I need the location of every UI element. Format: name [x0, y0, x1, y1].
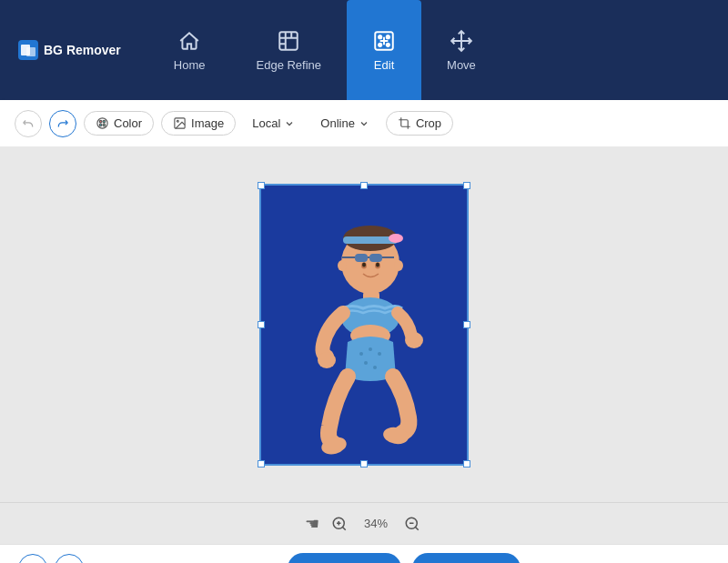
svg-point-13 [103, 124, 106, 126]
nav-tabs: Home Edge Refine Edit [148, 0, 501, 100]
handle-top-middle[interactable] [360, 182, 368, 189]
logo-icon [18, 40, 38, 60]
svg-point-5 [379, 35, 381, 38]
image-background [261, 186, 467, 464]
handle-bottom-middle[interactable] [360, 460, 368, 467]
bottom-center: New Image Download [98, 553, 710, 564]
svg-point-8 [387, 43, 389, 45]
color-label: Color [114, 116, 142, 130]
tab-edit[interactable]: Edit [347, 0, 421, 100]
image-frame[interactable] [259, 184, 469, 466]
svg-point-15 [177, 120, 178, 122]
tab-home[interactable]: Home [148, 0, 231, 100]
handle-bottom-left[interactable] [258, 460, 265, 467]
zoom-level: 34% [359, 517, 392, 530]
undo-icon [22, 117, 35, 130]
baby-figure [261, 186, 467, 464]
move-icon [450, 29, 473, 53]
svg-point-19 [389, 234, 403, 243]
home-icon [177, 29, 201, 53]
svg-point-32 [364, 361, 368, 365]
logo-area: BG Remover [18, 40, 121, 60]
svg-point-9 [97, 118, 107, 128]
tab-edit-label: Edit [374, 58, 394, 72]
online-label: Online [320, 116, 355, 130]
svg-point-10 [99, 120, 102, 123]
svg-point-30 [369, 347, 372, 351]
handle-top-right[interactable] [463, 182, 470, 189]
svg-line-44 [342, 527, 345, 529]
online-button[interactable]: Online [311, 112, 379, 135]
status-bar: ☚ 34% [0, 502, 728, 544]
handle-top-left[interactable] [258, 182, 265, 189]
crop-button[interactable]: Crop [386, 111, 453, 136]
bottom-bar: New Image Download [0, 544, 728, 563]
svg-point-7 [379, 43, 381, 45]
edit-icon [372, 29, 396, 53]
prev-button[interactable] [18, 554, 47, 564]
svg-point-35 [405, 332, 423, 348]
svg-point-6 [387, 35, 389, 38]
tab-move[interactable]: Move [421, 0, 501, 100]
svg-point-31 [378, 352, 381, 356]
local-button[interactable]: Local [243, 112, 304, 135]
download-button[interactable]: Download [412, 553, 521, 564]
app-title: BG Remover [44, 43, 121, 57]
redo-icon [56, 117, 69, 130]
header: BG Remover Home Edge Refine [0, 0, 728, 100]
zoom-in-button[interactable] [329, 513, 350, 535]
svg-point-23 [376, 263, 379, 267]
svg-point-34 [318, 352, 336, 368]
crop-label: Crop [416, 116, 441, 130]
handle-bottom-right[interactable] [463, 460, 470, 467]
svg-rect-2 [26, 47, 35, 56]
undo-button[interactable] [15, 110, 42, 137]
bottom-left [18, 554, 84, 564]
image-button[interactable]: Image [161, 111, 236, 136]
online-chevron-icon [359, 118, 369, 129]
svg-point-24 [338, 260, 347, 271]
tab-edge-refine[interactable]: Edge Refine [231, 0, 348, 100]
color-icon [96, 116, 109, 130]
new-image-button[interactable]: New Image [288, 553, 401, 564]
svg-rect-39 [369, 254, 382, 262]
svg-point-33 [373, 366, 377, 369]
image-icon [173, 116, 187, 130]
svg-rect-3 [280, 32, 298, 50]
tab-home-label: Home [174, 58, 206, 72]
local-chevron-icon [284, 118, 295, 129]
handle-middle-left[interactable] [258, 321, 265, 328]
image-label: Image [191, 116, 224, 130]
pan-icon[interactable]: ☚ [305, 514, 319, 534]
zoom-control: ☚ 34% [305, 513, 423, 535]
canvas-area [0, 147, 728, 502]
svg-point-29 [359, 352, 363, 356]
local-label: Local [252, 116, 280, 130]
tab-move-label: Move [447, 58, 476, 72]
svg-line-48 [415, 527, 418, 529]
tab-edge-refine-label: Edge Refine [257, 58, 322, 72]
edge-refine-icon [277, 29, 300, 53]
crop-icon [398, 116, 411, 130]
svg-rect-38 [355, 254, 368, 262]
svg-point-22 [362, 263, 366, 267]
svg-point-25 [394, 260, 403, 271]
zoom-out-button[interactable] [401, 513, 423, 535]
redo-button[interactable] [49, 110, 76, 137]
svg-point-12 [99, 124, 102, 126]
svg-point-11 [103, 120, 106, 123]
color-button[interactable]: Color [84, 111, 154, 136]
handle-middle-right[interactable] [463, 321, 470, 328]
next-button[interactable] [55, 554, 84, 564]
toolbar: Color Image Local Online Crop [0, 100, 728, 147]
